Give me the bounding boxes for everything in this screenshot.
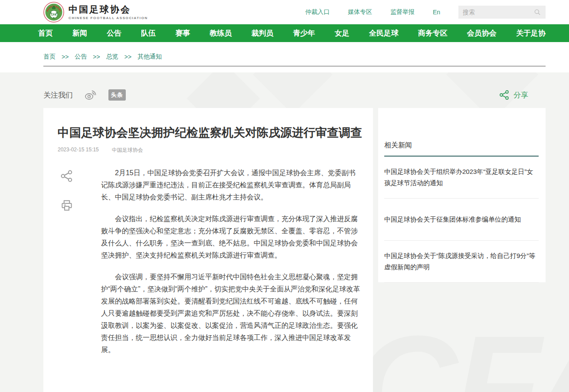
related-news-item[interactable]: 中国足球协会关于“陈戌源接受采访，给自己打9分”等虚假新闻的声明 [384, 241, 539, 283]
search-box[interactable] [458, 6, 546, 19]
page-body: CFA 关注我们 头条 [0, 72, 569, 392]
article-paragraph: 会议指出，纪检监察机关决定对陈戌源进行审查调查，充分体现了深入推进反腐败斗争的坚… [101, 213, 362, 261]
main-columns: 中国足球协会坚决拥护纪检监察机关对陈戌源进行审查调查 2023-02-15 15… [43, 108, 546, 392]
breadcrumb: 首页 >> 公告 >> 总览 >> 其他通知 [43, 42, 546, 66]
breadcrumb-separator: >> [62, 53, 69, 60]
logo-title: 中国足球协会 [69, 4, 148, 14]
breadcrumb-notices[interactable]: 公告 [75, 53, 87, 61]
logo-text: 中国足球协会 CHINESE FOOTBALL ASSOCIATION [69, 4, 148, 20]
cfa-logo-icon: CFA [43, 2, 64, 23]
nav-item-coaches[interactable]: 教练员 [209, 28, 232, 38]
breadcrumb-home[interactable]: 首页 [43, 53, 56, 61]
share-label: 分享 [513, 90, 528, 100]
nav-item-referees[interactable]: 裁判员 [251, 28, 273, 38]
nav-item-teams[interactable]: 队伍 [141, 28, 156, 38]
logo-subtitle: CHINESE FOOTBALL ASSOCIATION [69, 16, 148, 20]
nav-item-grassroots-football[interactable]: 全民足球 [369, 28, 399, 38]
top-utility-links: 仲裁入口 媒体专区 监督举报 En [305, 6, 546, 19]
search-icon[interactable] [533, 8, 541, 16]
article-tool-rail [58, 167, 101, 366]
article-source: 中国足球协会 [112, 147, 143, 154]
share-button[interactable]: 分享 [499, 90, 528, 100]
top-link-media-zone[interactable]: 媒体专区 [348, 8, 372, 16]
article-paragraph: 会议强调，要坚持不懈用习近平新时代中国特色社会主义思想凝心聚魂，坚定拥护“两个确… [101, 271, 362, 356]
breadcrumb-separator: >> [93, 53, 100, 60]
article-body-wrapper: 2月15日，中国足球协会党委召开扩大会议，通报中国足球协会主席、党委副书记陈戌源… [58, 167, 363, 366]
related-news-item[interactable]: 中国足球协会关于征集团体标准参编单位的通知 [384, 199, 539, 241]
print-icon[interactable] [60, 199, 73, 212]
site-header: CFA 中国足球协会 CHINESE FOOTBALL ASSOCIATION … [0, 0, 569, 24]
toutiao-badge[interactable]: 头条 [108, 89, 126, 101]
article-date: 2023-02-15 15:15 [58, 147, 99, 154]
breadcrumb-other-notices[interactable]: 其他通知 [137, 53, 162, 61]
nav-item-home[interactable]: 首页 [38, 28, 53, 38]
search-input[interactable] [463, 9, 533, 16]
related-news-sidebar: 相关新闻 中国足球协会关于组织举办2023年“亚足联女足日”女孩足球节活动的通知… [378, 108, 546, 282]
content-container: 关注我们 头条 [43, 72, 546, 392]
page: CFA 中国足球协会 CHINESE FOOTBALL ASSOCIATION … [0, 0, 569, 392]
nav-item-news[interactable]: 新闻 [72, 28, 87, 38]
article-paragraph: 2月15日，中国足球协会党委召开扩大会议，通报中国足球协会主席、党委副书记陈戌源… [101, 167, 362, 203]
breadcrumb-overview[interactable]: 总览 [106, 53, 118, 61]
nav-item-member-associations[interactable]: 会员协会 [467, 28, 497, 38]
article-title: 中国足球协会坚决拥护纪检监察机关对陈戌源进行审查调查 [58, 124, 363, 141]
article-share-icon[interactable] [60, 170, 73, 183]
nav-item-notices[interactable]: 公告 [107, 28, 121, 38]
breadcrumb-row: 首页 >> 公告 >> 总览 >> 其他通知 [0, 42, 569, 72]
related-news-item[interactable]: 中国足球协会关于组织举办2023年“亚足联女足日”女孩足球节活动的通知 [384, 157, 539, 199]
breadcrumb-separator: >> [124, 53, 131, 60]
nav-item-youth[interactable]: 青少年 [293, 28, 315, 38]
related-news-title: 相关新闻 [384, 141, 539, 157]
follow-us-row: 关注我们 头条 [43, 72, 546, 108]
svg-text:CFA: CFA [51, 13, 57, 16]
main-nav: 首页 新闻 公告 队伍 赛事 教练员 裁判员 青少年 女足 全民足球 商务专区 … [0, 24, 569, 42]
article-card: 中国足球协会坚决拥护纪检监察机关对陈戌源进行审查调查 2023-02-15 15… [43, 108, 373, 392]
top-link-english[interactable]: En [433, 9, 440, 16]
weibo-icon[interactable] [84, 89, 97, 101]
follow-us-label: 关注我们 [43, 90, 73, 100]
nav-item-womens-football[interactable]: 女足 [335, 28, 350, 38]
nav-item-about-cfa[interactable]: 关于足协 [516, 28, 546, 38]
article-body: 2月15日，中国足球协会党委召开扩大会议，通报中国足球协会主席、党委副书记陈戌源… [101, 167, 363, 366]
site-logo[interactable]: CFA 中国足球协会 CHINESE FOOTBALL ASSOCIATION [43, 2, 148, 23]
top-link-supervision-report[interactable]: 监督举报 [390, 8, 415, 16]
top-link-arbitration[interactable]: 仲裁入口 [305, 8, 330, 16]
share-nodes-icon [499, 90, 510, 100]
nav-item-competitions[interactable]: 赛事 [175, 28, 190, 38]
article-meta: 2023-02-15 15:15 中国足球协会 [58, 147, 363, 154]
nav-item-business-zone[interactable]: 商务专区 [418, 28, 448, 38]
